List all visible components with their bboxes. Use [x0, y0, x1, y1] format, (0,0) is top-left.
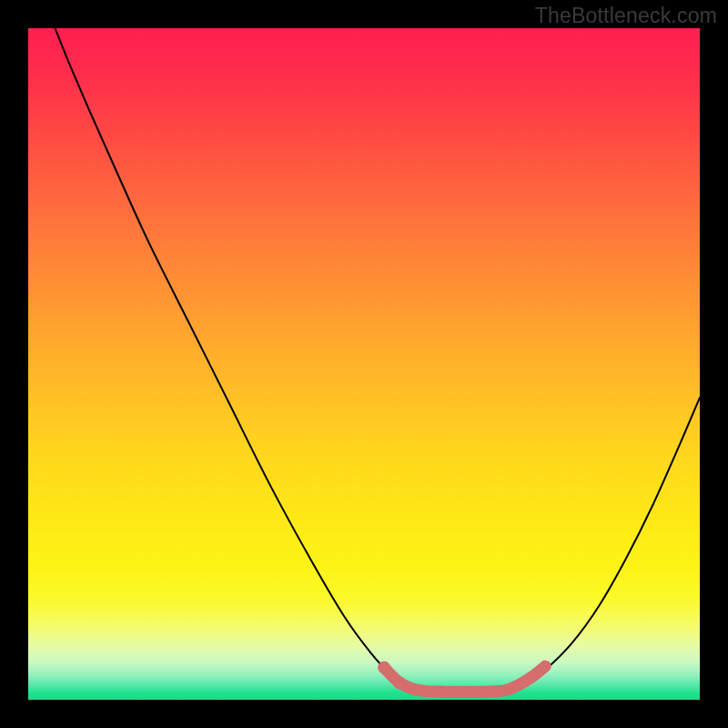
- dot-2: [393, 677, 406, 690]
- series-group: [56, 28, 700, 692]
- dot-1: [378, 662, 390, 674]
- curve-left-curve: [56, 28, 425, 691]
- chart-frame: TheBottleneck.com: [0, 0, 728, 728]
- plot-area: [28, 28, 700, 700]
- chart-overlay: [28, 28, 700, 700]
- watermark-text: TheBottleneck.com: [535, 4, 717, 28]
- curve-right-curve: [505, 398, 700, 691]
- curve-highlight-segment: [384, 666, 545, 692]
